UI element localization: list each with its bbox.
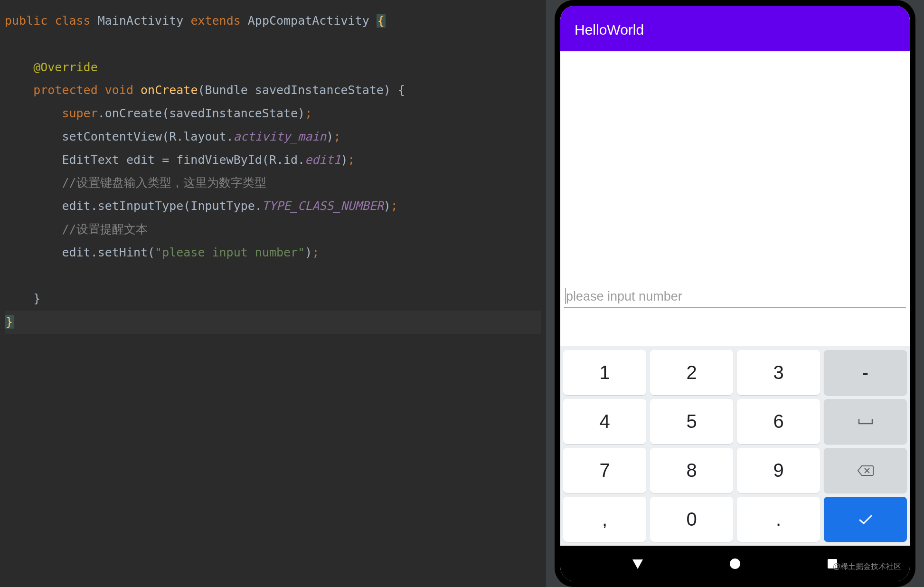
code-text: edit.setHint( <box>62 246 155 259</box>
method-name: onCreate <box>141 83 198 97</box>
phone-screen: HelloWorld 1 2 3 - 4 5 6 <box>560 6 910 581</box>
semicolon: ; <box>305 106 312 120</box>
key-8[interactable]: 8 <box>650 448 733 493</box>
code-line[interactable]: public class MainActivity extends AppCom… <box>5 9 541 33</box>
field-ref: activity_main <box>234 130 327 143</box>
semicolon: ; <box>333 130 340 143</box>
key-space[interactable] <box>824 399 907 444</box>
keyboard-row: , 0 . <box>563 497 907 542</box>
key-6[interactable]: 6 <box>737 399 820 444</box>
brace-open: { <box>377 14 386 28</box>
brace-close: } <box>5 315 14 329</box>
field-ref: edit1 <box>305 153 340 167</box>
keyword-extends: extends <box>190 14 240 28</box>
key-5[interactable]: 5 <box>650 399 733 444</box>
comment: //设置提醒文本 <box>62 222 147 236</box>
keyboard-row: 7 8 9 <box>563 448 907 493</box>
code-editor-panel[interactable]: public class MainActivity extends AppCom… <box>0 0 546 587</box>
space-icon <box>857 417 874 426</box>
key-enter[interactable] <box>824 497 907 542</box>
key-3[interactable]: 3 <box>737 350 820 395</box>
keyboard-row: 1 2 3 - <box>563 350 907 395</box>
circle-home-icon <box>729 558 741 569</box>
backspace-icon <box>856 464 875 477</box>
keyword-class: class <box>55 14 90 28</box>
key-dash[interactable]: - <box>824 350 907 395</box>
parent-class: AppCompatActivity <box>248 14 369 28</box>
keyword-super: super <box>62 106 97 120</box>
code-text: EditText edit = findViewById(R.id. <box>62 153 305 167</box>
code-text: ) <box>340 153 348 167</box>
code-line[interactable]: setContentView(R.layout.activity_main); <box>5 125 541 149</box>
code-line[interactable]: EditText edit = findViewById(R.id.edit1)… <box>5 149 541 172</box>
soft-keyboard: 1 2 3 - 4 5 6 7 8 9 <box>560 346 910 546</box>
code-line[interactable]: @Override <box>5 56 541 79</box>
key-4[interactable]: 4 <box>563 399 646 444</box>
key-2[interactable]: 2 <box>650 350 733 395</box>
app-content[interactable] <box>560 51 910 346</box>
key-7[interactable]: 7 <box>563 448 646 493</box>
key-9[interactable]: 9 <box>737 448 820 493</box>
key-backspace[interactable] <box>824 448 907 493</box>
key-dot[interactable]: . <box>737 497 820 542</box>
static-field: TYPE_CLASS_NUMBER <box>262 199 384 213</box>
nav-back-button[interactable] <box>631 557 645 571</box>
method-params: (Bundle savedInstanceState) { <box>198 83 405 97</box>
semicolon: ; <box>312 246 319 259</box>
key-1[interactable]: 1 <box>563 350 646 395</box>
code-line[interactable]: super.onCreate(savedInstanceState); <box>5 102 541 125</box>
annotation-override: @Override <box>33 60 97 74</box>
semicolon: ; <box>391 199 398 213</box>
watermark-text: @稀土掘金技术社区 <box>833 562 901 572</box>
code-line[interactable] <box>5 264 541 287</box>
code-line[interactable]: protected void onCreate(Bundle savedInst… <box>5 79 541 102</box>
code-line[interactable]: //设置键盘输入类型，这里为数字类型 <box>5 171 541 195</box>
nav-home-button[interactable] <box>728 557 742 571</box>
code-text: ) <box>326 130 333 143</box>
brace-close: } <box>33 292 40 305</box>
keyword-public: public <box>5 14 47 28</box>
semicolon: ; <box>348 153 355 167</box>
key-comma[interactable]: , <box>563 497 646 542</box>
check-icon <box>857 513 874 526</box>
code-text: edit.setInputType(InputType. <box>62 199 262 213</box>
code-text: .onCreate(savedInstanceState) <box>98 106 305 120</box>
comment: //设置键盘输入类型，这里为数字类型 <box>62 176 266 189</box>
edit-text-input[interactable] <box>564 286 906 308</box>
code-line-cursor[interactable]: } <box>5 311 541 334</box>
app-bar: HelloWorld <box>560 9 910 51</box>
code-line[interactable]: } <box>5 287 541 311</box>
triangle-back-icon <box>632 558 644 570</box>
keyboard-row: 4 5 6 <box>563 399 907 444</box>
code-line[interactable] <box>5 33 541 56</box>
svg-point-0 <box>730 559 740 569</box>
code-line[interactable]: //设置提醒文本 <box>5 218 541 241</box>
code-text: setContentView(R.layout. <box>62 130 233 143</box>
navigation-bar: @稀土掘金技术社区 <box>560 546 910 581</box>
key-0[interactable]: 0 <box>650 497 733 542</box>
code-text: ) <box>305 246 312 259</box>
emulator-panel: HelloWorld 1 2 3 - 4 5 6 <box>546 0 924 587</box>
code-line[interactable]: edit.setInputType(InputType.TYPE_CLASS_N… <box>5 195 541 218</box>
keyword-protected: protected <box>33 83 97 97</box>
class-name: MainActivity <box>98 14 184 28</box>
code-text: ) <box>384 199 391 213</box>
code-line[interactable]: edit.setHint("please input number"); <box>5 241 541 265</box>
phone-frame: HelloWorld 1 2 3 - 4 5 6 <box>555 0 915 587</box>
keyword-void: void <box>105 83 133 97</box>
string-literal: "please input number" <box>155 246 305 259</box>
app-title: HelloWorld <box>575 22 644 38</box>
